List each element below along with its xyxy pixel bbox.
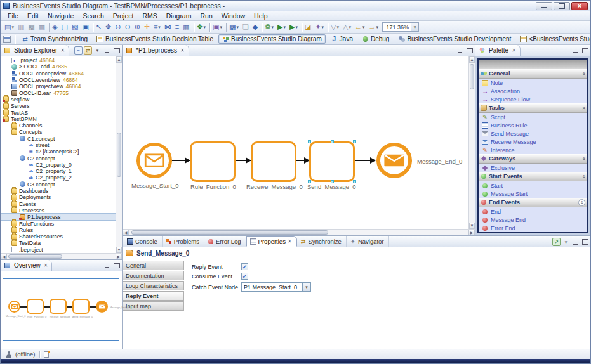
properties-tab[interactable]: Reply Event — [123, 291, 184, 301]
tree-item[interactable]: c2 [/Concepts/C2] — [1, 148, 116, 155]
palette-item[interactable]: Exclusive — [479, 164, 587, 172]
perspective-java[interactable]: Java — [327, 34, 357, 44]
close-icon[interactable]: ✕ — [180, 48, 185, 53]
tree-item[interactable]: OOCL-IB.ear 47765 — [1, 89, 116, 96]
menu-item[interactable]: File — [3, 11, 23, 20]
tree-item[interactable]: Deployments — [1, 194, 116, 200]
reply-event-checkbox[interactable] — [241, 263, 248, 270]
properties-tab[interactable]: Loop Characteristics — [123, 281, 184, 290]
palette-item[interactable]: Inference — [479, 146, 587, 154]
decision-table-button[interactable]: ▣ — [208, 22, 223, 32]
sequence-flow-connector[interactable] — [296, 160, 309, 161]
sequence-flow-connector[interactable] — [355, 160, 375, 161]
save-all-button[interactable]: ▩ — [27, 22, 36, 32]
minimize-view-icon[interactable] — [103, 261, 111, 270]
minimize-view-icon[interactable] — [571, 238, 580, 246]
tree-item[interactable]: C1.concept — [1, 136, 116, 142]
editor-vertical-scrollbar[interactable]: ▲ ▼ — [468, 56, 475, 229]
validate-project-button[interactable]: ❖ — [192, 22, 207, 32]
palette-item[interactable]: Receive Message — [479, 138, 587, 146]
link-tool-button[interactable]: ⋈ — [163, 22, 173, 32]
tree-item[interactable]: OOCL.eventview 46864 — [1, 77, 116, 83]
validate-button[interactable]: ◈ — [48, 22, 58, 32]
run-deploy-button[interactable]: ▶ — [288, 22, 299, 32]
menu-item[interactable]: Window — [217, 11, 249, 20]
marquee-zoom-button[interactable]: ⊙ — [114, 22, 122, 32]
window-maximize-button[interactable] — [554, 2, 570, 10]
palette-item[interactable]: Message Start — [479, 190, 587, 198]
menu-item[interactable]: Edit — [23, 11, 43, 20]
close-icon[interactable]: ✕ — [60, 48, 65, 53]
scroll-up-icon[interactable]: ▲ — [116, 56, 122, 63]
tree-item[interactable]: seqflow — [1, 96, 116, 103]
tree-item[interactable]: Channels — [1, 122, 116, 129]
scroll-down-icon[interactable]: ▼ — [116, 247, 122, 253]
tree-item[interactable]: C3.concept — [1, 181, 116, 188]
diagram-node-rule-function[interactable] — [190, 141, 236, 182]
new-wizard-button[interactable]: ▤ — [3, 22, 15, 32]
magic-wand-button[interactable]: ✦ — [314, 22, 325, 32]
studio-explorer-tab[interactable]: Studio Explorer ✕ — [1, 45, 69, 56]
collapse-all-icon[interactable] — [74, 46, 83, 55]
tree-item[interactable]: street — [1, 142, 116, 148]
maximize-view-icon[interactable] — [581, 238, 589, 246]
pending-changes-icon[interactable] — [44, 351, 49, 358]
diagram-node-message-start[interactable] — [136, 143, 172, 178]
export-image-button[interactable]: ▣ — [81, 22, 90, 32]
tree-item[interactable]: SharedResources — [1, 233, 116, 240]
view-menu-icon[interactable] — [562, 238, 570, 246]
palette-item[interactable]: Association — [479, 87, 587, 95]
maximize-view-icon[interactable] — [581, 46, 589, 55]
close-icon[interactable]: ✕ — [512, 48, 516, 53]
window-close-button[interactable] — [571, 2, 588, 10]
bottom-tab[interactable]: Problems ✕ — [163, 236, 204, 247]
tree-item[interactable]: C2.concept — [1, 155, 116, 161]
bottom-tab[interactable]: Navigator ✕ — [347, 236, 389, 247]
minimize-view-icon[interactable] — [456, 46, 464, 55]
settings-button[interactable]: ❁ — [260, 22, 275, 32]
properties-tab[interactable]: Input map — [123, 301, 184, 311]
properties-tab[interactable]: Documentation — [123, 271, 184, 280]
editor-tab[interactable]: *P1.beprocess ✕ — [123, 45, 189, 56]
menu-item[interactable]: Project — [109, 11, 138, 20]
palette-item[interactable]: Note — [479, 79, 587, 87]
auto-layout-button[interactable]: ⌗ — [152, 22, 162, 32]
bottom-tab[interactable]: Synchronize ✕ — [297, 236, 347, 247]
print-diagram-button[interactable]: ▧ — [70, 22, 79, 32]
menu-item[interactable]: Run — [196, 11, 216, 20]
open-folder-button[interactable]: ◪ — [300, 22, 312, 32]
bottom-tab[interactable]: Properties ✕ — [246, 236, 297, 247]
diagram-canvas[interactable]: Message_Start_0 Rule_Function_0 Receive_… — [123, 56, 468, 229]
minimize-view-icon[interactable] — [571, 46, 580, 55]
zoom-in-button[interactable]: ⊕ — [133, 22, 142, 32]
tree-item[interactable]: .beproject — [1, 247, 116, 253]
perspective-studio-development[interactable]: BusinessEvents Studio Development — [394, 34, 515, 44]
collapse-section-icon[interactable] — [581, 72, 587, 75]
palette-item[interactable]: Business Rule — [479, 121, 587, 129]
align-button[interactable]: ≡ — [174, 22, 180, 32]
tree-item[interactable]: C2_property_1 — [1, 168, 116, 174]
open-diagram-button[interactable]: ▩ — [225, 22, 240, 32]
diagram-node-message-end[interactable] — [376, 143, 412, 178]
tree-item[interactable]: C2_property_2 — [1, 174, 116, 181]
zoom-level-combo[interactable]: 171.36% — [382, 22, 419, 32]
bottom-tab[interactable]: Console ✕ — [124, 236, 163, 247]
print-button[interactable]: ▦ — [37, 22, 46, 32]
combo-dropdown-icon[interactable] — [302, 283, 310, 291]
bottom-tab[interactable]: Error Log ✕ — [204, 236, 246, 247]
close-icon[interactable]: ✕ — [288, 238, 292, 244]
maximize-view-icon[interactable] — [465, 46, 474, 55]
scroll-down-icon[interactable]: ▼ — [469, 223, 475, 229]
palette-item[interactable]: End — [479, 207, 587, 216]
collapse-section-icon[interactable] — [578, 199, 585, 206]
scroll-left-icon[interactable]: ◀ — [123, 230, 129, 235]
tree-item[interactable]: Servers — [1, 103, 116, 109]
overview-tab[interactable]: Overview ✕ — [1, 260, 52, 271]
palette-item[interactable]: Message End — [479, 216, 587, 224]
tree-item[interactable]: Events — [1, 201, 116, 207]
restore-view-icon[interactable] — [552, 238, 561, 246]
palette-item[interactable]: Error End — [479, 224, 587, 232]
tree-item[interactable]: OOCL.conceptview 46864 — [1, 70, 116, 77]
scroll-left-icon[interactable]: ◀ — [1, 254, 7, 259]
perspective-decision-table-2[interactable]: <BusinessEvents Studio Decision Table> — [516, 34, 590, 44]
